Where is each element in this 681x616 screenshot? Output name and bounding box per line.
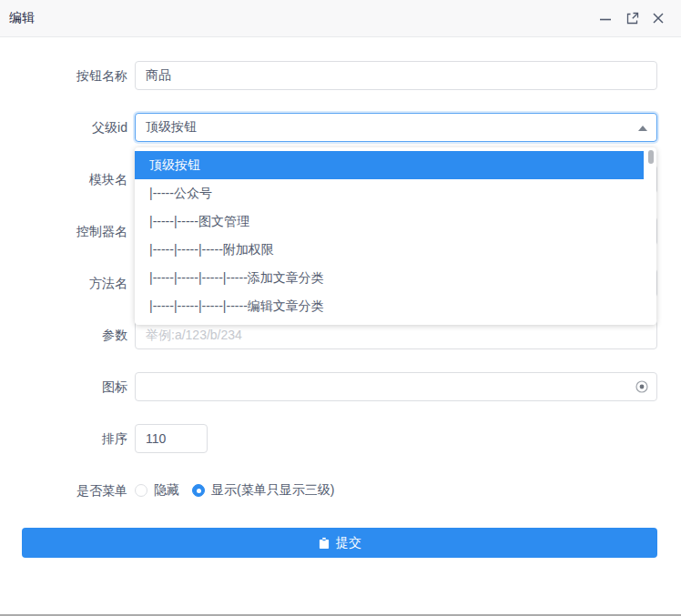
close-icon — [652, 12, 665, 25]
submit-button-label: 提交 — [336, 535, 361, 551]
dropdown-option[interactable]: |-----|-----|-----附加权限 — [135, 236, 644, 264]
radio-hide-label: 隐藏 — [154, 482, 179, 499]
radio-hide[interactable]: 隐藏 — [135, 482, 179, 499]
dropdown-option[interactable]: |-----公众号 — [135, 179, 644, 207]
sort-label: 排序 — [0, 424, 127, 453]
dropdown-option[interactable]: |-----|-----|-----|-----编辑文章分类 — [135, 292, 644, 320]
dropdown-option[interactable]: |-----|-----|-----|-----添加文章分类 — [135, 264, 644, 292]
form-row-button-name: 按钮名称 — [0, 61, 657, 90]
fullscreen-expand-icon — [625, 12, 639, 25]
parent-id-selected-value: 顶级按钮 — [146, 119, 197, 136]
window-controls — [598, 11, 666, 25]
radio-unchecked-icon — [135, 484, 147, 497]
minimize-button[interactable] — [598, 11, 613, 25]
form-row-icon: 图标 — [0, 372, 657, 401]
is-menu-radio-group: 隐藏 显示(菜单只显示三级) — [135, 476, 657, 505]
parent-id-select[interactable]: 顶级按钮 — [135, 113, 657, 142]
form-row-sort: 排序 — [0, 424, 657, 453]
clipboard-icon — [318, 537, 330, 550]
radio-checked-icon — [192, 484, 205, 497]
module-name-label: 模块名 — [0, 165, 127, 194]
dialog-titlebar: 编辑 — [0, 0, 681, 37]
params-label: 参数 — [0, 320, 127, 349]
dialog-title: 编辑 — [9, 10, 35, 26]
radio-show[interactable]: 显示(菜单只显示三级) — [192, 482, 334, 499]
minimize-icon — [599, 12, 612, 25]
sort-input[interactable] — [135, 424, 208, 453]
is-menu-label: 是否菜单 — [0, 476, 127, 505]
dropdown-scrollbar-thumb[interactable] — [648, 150, 654, 164]
caret-up-icon — [638, 126, 647, 131]
dropdown-option[interactable]: |-----|-----图文管理 — [135, 207, 644, 236]
close-button[interactable] — [651, 11, 666, 25]
button-name-label: 按钮名称 — [0, 61, 127, 90]
aim-circle-dot-icon[interactable] — [635, 379, 649, 394]
parent-id-dropdown: 顶级按钮 |-----公众号 |-----|-----图文管理 |-----|-… — [135, 147, 656, 325]
icon-input[interactable] — [135, 372, 657, 401]
parent-id-label: 父级id — [0, 113, 127, 142]
method-name-label: 方法名 — [0, 268, 127, 298]
submit-button[interactable]: 提交 — [22, 528, 657, 558]
radio-show-label: 显示(菜单只显示三级) — [211, 482, 334, 499]
button-name-input[interactable] — [135, 61, 657, 90]
icon-label: 图标 — [0, 372, 127, 401]
form-row-parent-id: 父级id 顶级按钮 — [0, 113, 657, 142]
dropdown-option[interactable]: 顶级按钮 — [135, 151, 644, 179]
controller-name-label: 控制器名 — [0, 217, 127, 246]
edit-dialog: 编辑 按钮名称 父级id — [0, 0, 681, 616]
maximize-button[interactable] — [625, 11, 639, 25]
form-row-is-menu: 是否菜单 隐藏 显示(菜单只显示三级) — [0, 476, 657, 505]
